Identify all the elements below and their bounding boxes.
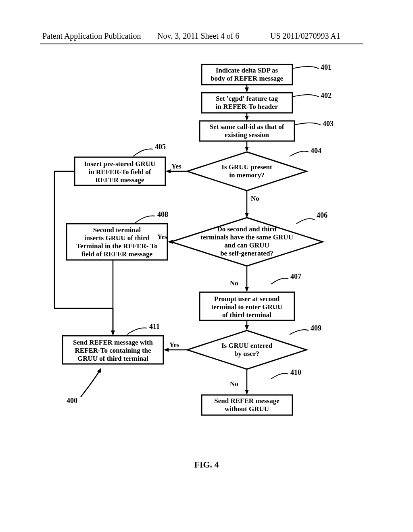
ref-411: 411 [149, 322, 160, 330]
leader-405 [133, 149, 153, 156]
ref-404: 404 [311, 147, 321, 155]
ref-409: 409 [311, 324, 321, 332]
figure-label: FIG. 4 [0, 459, 413, 470]
header-right: US 2011/0270993 A1 [270, 31, 340, 41]
edge-406-no: No [230, 279, 238, 287]
node-405-line2: in REFER-To field of [89, 168, 151, 176]
ref-405: 405 [155, 143, 166, 151]
edge-406-yes: Yes [157, 233, 167, 241]
ref-406: 406 [317, 211, 327, 219]
ref-408: 408 [157, 210, 168, 218]
header-rule [40, 44, 363, 44]
leader-404 [290, 151, 309, 156]
leader-400 [81, 369, 101, 397]
node-409-line1: Is GRUU entered [221, 342, 273, 349]
node-404-line2: in memory? [229, 171, 264, 179]
node-402-line2: in REFER-To header [216, 103, 278, 110]
ref-401: 401 [321, 63, 332, 71]
header-center: Nov. 3, 2011 Sheet 4 of 6 [157, 31, 240, 41]
ref-402: 402 [321, 91, 332, 100]
node-405-line3: REFER message [95, 176, 144, 184]
node-407-line3: of third terminal [222, 311, 271, 319]
leader-406 [296, 218, 315, 224]
node-410-line1: Send REFER message [214, 397, 280, 405]
leader-410 [271, 374, 288, 379]
node-401-line2: body of REFER message [211, 75, 283, 82]
node-410-line2: without GRUU [225, 405, 269, 413]
edge-409-yes: Yes [169, 341, 179, 349]
leader-401 [292, 66, 319, 69]
ref-410: 410 [290, 368, 301, 376]
node-406-line2: terminals have the same GRUU [200, 233, 293, 241]
node-409-line2: by user? [234, 350, 259, 357]
node-401-line1: Indicate delta SDP as [216, 66, 278, 74]
ref-403: 403 [323, 120, 334, 128]
leader-402 [292, 95, 319, 97]
leader-409 [290, 330, 309, 335]
edge-404-yes: Yes [171, 162, 181, 170]
node-408-line3: Terminal in the REFER- To [76, 242, 158, 250]
leader-411 [127, 328, 147, 335]
node-406-line1: Do second and third [217, 225, 277, 233]
node-411-line2: REFER-To containing the [75, 347, 151, 354]
leader-403 [294, 123, 321, 125]
node-408-line2: inserts GRUU of third [84, 234, 150, 242]
leader-408 [135, 216, 155, 223]
leader-407 [271, 278, 288, 284]
edge-404-no: No [251, 195, 259, 202]
node-403-line1: Set same call-id as that of [210, 123, 284, 131]
node-407-line1: Prompt user at second [214, 295, 280, 303]
node-404-line1: Is GRUU present [221, 163, 272, 171]
node-407-line2: terminal to enter GRUU [211, 303, 283, 311]
node-406-line4: be self-generated? [220, 249, 273, 257]
ref-407: 407 [290, 272, 301, 281]
node-408-line1: Second terminal [93, 226, 141, 234]
node-411-line3: GRUU of third terminal [77, 355, 148, 362]
edge-409-no: No [230, 380, 238, 388]
flowchart: Indicate delta SDP as body of REFER mess… [40, 56, 367, 443]
node-408-line4: field of REFER message [81, 250, 153, 258]
node-406-line3: and can GRUU [224, 241, 269, 249]
header-left: Patent Application Publication [42, 31, 141, 41]
node-411-line1: Send REFER message with [73, 339, 153, 346]
node-405-line1: Insert pre-stored GRUU [84, 160, 156, 168]
ref-400: 400 [67, 397, 77, 405]
node-402-line1: Set 'cgpd' feature tag [216, 95, 278, 102]
node-403-line2: existing session [225, 131, 269, 139]
